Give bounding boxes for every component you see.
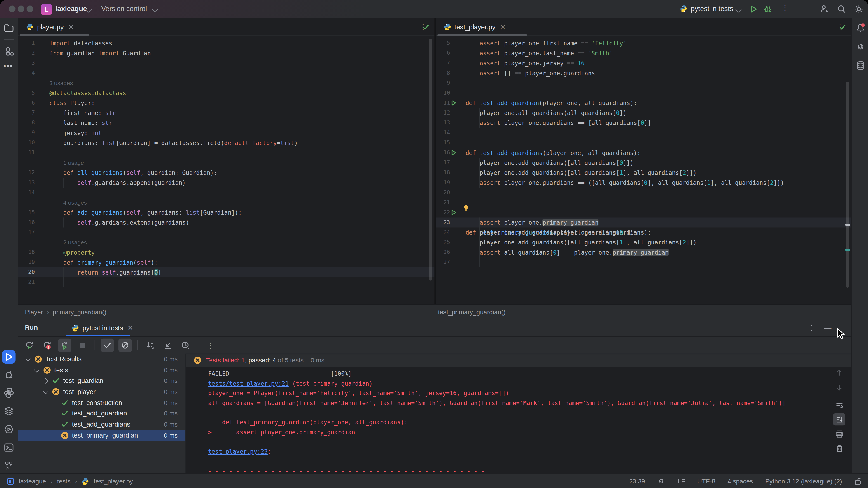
search-everywhere-button[interactable] xyxy=(837,4,846,14)
caret-position-widget[interactable]: 23:39 xyxy=(629,478,645,484)
code-line[interactable]: 14 xyxy=(436,128,851,138)
console-line[interactable]: > assert player_one.primary_guardian xyxy=(208,427,785,437)
code-text[interactable]: 3 usages xyxy=(49,78,73,88)
run-tool-window-button-active[interactable] xyxy=(2,350,16,363)
console-line[interactable]: all_guardians = [Guardian(first_name='Je… xyxy=(208,398,785,408)
code-text[interactable]: @dataclasses.dataclass xyxy=(49,88,126,98)
code-line[interactable]: 21 xyxy=(18,277,435,287)
line-number[interactable]: 20 xyxy=(18,267,35,277)
inlay-hint-line[interactable]: 2 usages xyxy=(18,237,435,248)
code-line[interactable]: 15 xyxy=(436,138,851,148)
code-line[interactable]: 20 xyxy=(436,188,851,197)
test-tree-row[interactable]: test_guardian0 ms xyxy=(18,375,186,386)
code-line[interactable]: 17 xyxy=(18,228,435,237)
line-number[interactable]: 22 xyxy=(436,207,450,217)
console-line[interactable] xyxy=(208,457,785,466)
chevron-right-icon[interactable] xyxy=(43,378,49,383)
more-actions-button[interactable]: ⋯ xyxy=(781,4,789,12)
console-line[interactable] xyxy=(208,437,785,447)
usages-inlay-hint[interactable]: 1 usage xyxy=(49,159,84,166)
line-number[interactable]: 4 xyxy=(18,68,35,78)
line-number[interactable]: 1 xyxy=(18,38,35,48)
clear-all-trash-icon[interactable] xyxy=(833,442,845,454)
code-line[interactable]: 13 self.guardians.append(guardian) xyxy=(18,177,435,188)
tab-test-player-py[interactable]: test_player.py ✕ xyxy=(438,18,511,35)
line-number[interactable]: 15 xyxy=(18,207,35,217)
line-number[interactable]: 15 xyxy=(436,138,450,148)
code-line[interactable]: 25 player_one.add_guardians([all_guardia… xyxy=(436,237,851,248)
code-line[interactable]: 5@dataclasses.dataclass xyxy=(18,88,435,98)
code-line[interactable]: 10 xyxy=(436,88,851,98)
code-text[interactable]: player_one.add_guardians([all_guardians[… xyxy=(466,237,697,248)
code-line[interactable]: 23 assert player_one.primary_guardian xyxy=(436,217,851,227)
run-button[interactable] xyxy=(749,5,758,13)
project-badge[interactable]: L xyxy=(41,4,52,15)
code-line[interactable]: 13 assert player_one.guardians == [all_g… xyxy=(436,118,851,128)
terminal-icon[interactable] xyxy=(3,442,14,453)
usages-inlay-hint[interactable]: 2 usages xyxy=(49,239,87,246)
code-text[interactable]: assert player_one.guardians == [all_guar… xyxy=(466,118,651,128)
minimize-panel-icon[interactable]: — xyxy=(825,324,832,332)
code-line[interactable]: 16 self.guardians.extend(guardians) xyxy=(18,217,435,227)
line-number[interactable]: 9 xyxy=(436,78,450,88)
code-line[interactable]: 20 return self.guardians[0] xyxy=(18,267,435,277)
usages-inlay-hint[interactable]: 3 usages xyxy=(49,80,73,86)
line-number[interactable]: 19 xyxy=(18,257,35,267)
code-text[interactable]: last_name: str xyxy=(49,118,112,128)
usages-inlay-hint[interactable]: 4 usages xyxy=(49,199,87,206)
code-line[interactable]: 26 assert all_guardians[0] == player_one… xyxy=(436,248,851,257)
code-text[interactable]: assert [] == player_one.guardians xyxy=(466,68,595,78)
line-number[interactable]: 20 xyxy=(436,188,450,197)
code-text[interactable]: 2 usages xyxy=(49,237,87,248)
line-number[interactable]: 10 xyxy=(18,138,35,148)
code-line[interactable]: 2from guardian import Guardian xyxy=(18,48,435,58)
statusbar-dir[interactable]: tests xyxy=(57,478,70,484)
code-line[interactable]: 8 assert [] == player_one.guardians xyxy=(436,68,851,78)
scrollbar-thumb[interactable] xyxy=(846,82,849,288)
line-number[interactable]: 18 xyxy=(436,168,450,177)
close-tab-icon[interactable]: ✕ xyxy=(500,23,506,31)
chevron-down-icon[interactable] xyxy=(43,389,49,394)
code-line[interactable]: 6class Player: xyxy=(18,98,435,108)
line-number[interactable]: 13 xyxy=(18,177,35,188)
code-text[interactable]: def primary_guardian(self): xyxy=(49,257,158,267)
occurrence-stripe-mark[interactable] xyxy=(845,249,850,251)
encoding-widget[interactable]: UTF-8 xyxy=(698,478,715,484)
line-number[interactable]: 14 xyxy=(18,188,35,197)
code-text[interactable]: first_name: str xyxy=(49,108,116,118)
run-test-icon[interactable] xyxy=(451,150,457,156)
more-icon[interactable]: ⋮ xyxy=(204,339,217,352)
git-branch-icon[interactable] xyxy=(3,460,14,471)
line-number[interactable]: 18 xyxy=(18,248,35,257)
line-number[interactable]: 6 xyxy=(18,98,35,108)
run-anything-hexagon-icon[interactable] xyxy=(3,424,14,435)
line-number[interactable]: 11 xyxy=(436,98,450,108)
run-panel-title[interactable]: Run xyxy=(25,319,38,336)
code-line[interactable]: 15 def add_guardians(self, guardians: li… xyxy=(18,207,435,217)
breadcrumb-member[interactable]: primary_guardian() xyxy=(53,305,106,319)
line-number[interactable]: 8 xyxy=(436,68,450,78)
services-layers-icon[interactable] xyxy=(3,405,14,417)
project-name-button[interactable]: laxleague xyxy=(55,0,87,18)
add-user-button[interactable] xyxy=(819,4,829,14)
code-text[interactable]: self.guardians.extend(guardians) xyxy=(49,217,189,227)
code-line[interactable]: 19 def primary_guardian(self): xyxy=(18,257,435,267)
console-line[interactable]: def test_primary_guardian(player_one, al… xyxy=(208,418,785,427)
notifications-bell-icon[interactable] xyxy=(855,23,866,33)
line-number[interactable]: 26 xyxy=(436,248,450,257)
code-text[interactable]: assert player_one.last_name == 'Smith' xyxy=(466,48,613,58)
intention-bulb-icon[interactable] xyxy=(463,205,469,211)
line-number[interactable]: 23 xyxy=(436,217,450,227)
console-file-link[interactable]: test_player.py:23 xyxy=(208,448,268,455)
line-number[interactable]: 12 xyxy=(18,168,35,177)
line-number[interactable]: 24 xyxy=(436,228,450,237)
code-text[interactable]: class Player: xyxy=(49,98,95,108)
line-number[interactable]: 10 xyxy=(436,88,450,98)
code-text[interactable]: @property xyxy=(49,248,95,257)
code-text[interactable]: guardians: list[Guardian] = dataclasses.… xyxy=(49,138,298,148)
macos-minimize-button[interactable] xyxy=(18,5,24,12)
ai-assistant-icon[interactable] xyxy=(855,41,866,52)
console-line[interactable]: tests/test_player.py:21 (test_primary_gu… xyxy=(208,379,785,389)
console-line[interactable] xyxy=(208,408,785,418)
line-number[interactable] xyxy=(18,237,35,248)
